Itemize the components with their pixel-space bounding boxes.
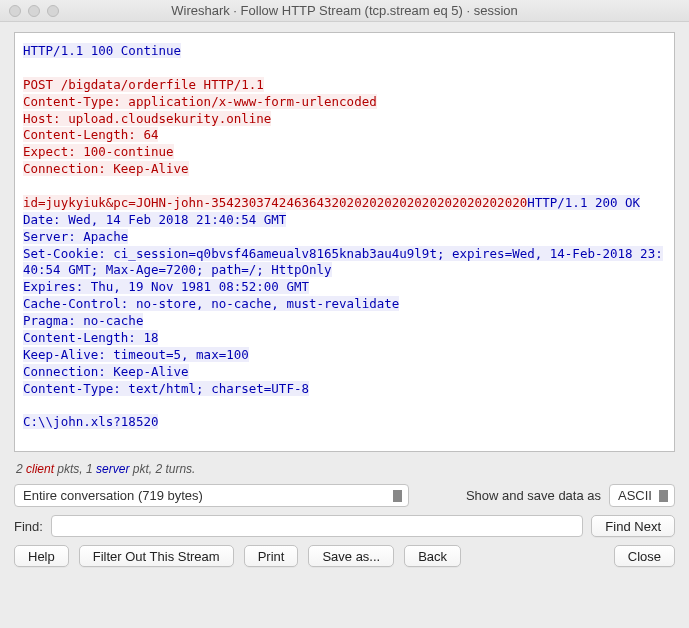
- conversation-row: Entire conversation (719 bytes) Show and…: [14, 484, 675, 507]
- stats-client-word: client: [26, 462, 54, 476]
- window-title: Wireshark · Follow HTTP Stream (tcp.stre…: [0, 3, 689, 18]
- stats-suffix: pkt, 2 turns.: [129, 462, 195, 476]
- stats-mid: pkts, 1: [54, 462, 96, 476]
- packet-stats: 2 client pkts, 1 server pkt, 2 turns.: [14, 460, 675, 476]
- close-button[interactable]: Close: [614, 545, 675, 567]
- stats-prefix: 2: [16, 462, 26, 476]
- updown-icon: [656, 485, 670, 506]
- bottom-button-row: Help Filter Out This Stream Print Save a…: [14, 545, 675, 567]
- encoding-select[interactable]: ASCII: [609, 484, 675, 507]
- filter-out-button[interactable]: Filter Out This Stream: [79, 545, 234, 567]
- zoom-window-icon[interactable]: [47, 5, 59, 17]
- updown-icon: [390, 485, 404, 506]
- server-segment: HTTP/1.1 100 Continue: [23, 43, 181, 58]
- client-segment: POST /bigdata/orderfile HTTP/1.1 Content…: [23, 77, 527, 210]
- find-input[interactable]: [51, 515, 583, 537]
- server-segment: HTTP/1.1 200 OK Date: Wed, 14 Feb 2018 2…: [23, 195, 663, 429]
- conversation-select-value: Entire conversation (719 bytes): [23, 488, 203, 503]
- back-button[interactable]: Back: [404, 545, 461, 567]
- titlebar: Wireshark · Follow HTTP Stream (tcp.stre…: [0, 0, 689, 22]
- stats-server-word: server: [96, 462, 129, 476]
- save-as-button[interactable]: Save as...: [308, 545, 394, 567]
- window-body: HTTP/1.1 100 Continue POST /bigdata/orde…: [0, 22, 689, 628]
- show-save-label: Show and save data as: [466, 488, 601, 503]
- print-button[interactable]: Print: [244, 545, 299, 567]
- find-next-button[interactable]: Find Next: [591, 515, 675, 537]
- help-button[interactable]: Help: [14, 545, 69, 567]
- window-controls: [0, 5, 59, 17]
- close-window-icon[interactable]: [9, 5, 21, 17]
- encoding-select-value: ASCII: [618, 488, 652, 503]
- find-label: Find:: [14, 519, 43, 534]
- find-row: Find: Find Next: [14, 515, 675, 537]
- stream-text[interactable]: HTTP/1.1 100 Continue POST /bigdata/orde…: [14, 32, 675, 452]
- conversation-select[interactable]: Entire conversation (719 bytes): [14, 484, 409, 507]
- minimize-window-icon[interactable]: [28, 5, 40, 17]
